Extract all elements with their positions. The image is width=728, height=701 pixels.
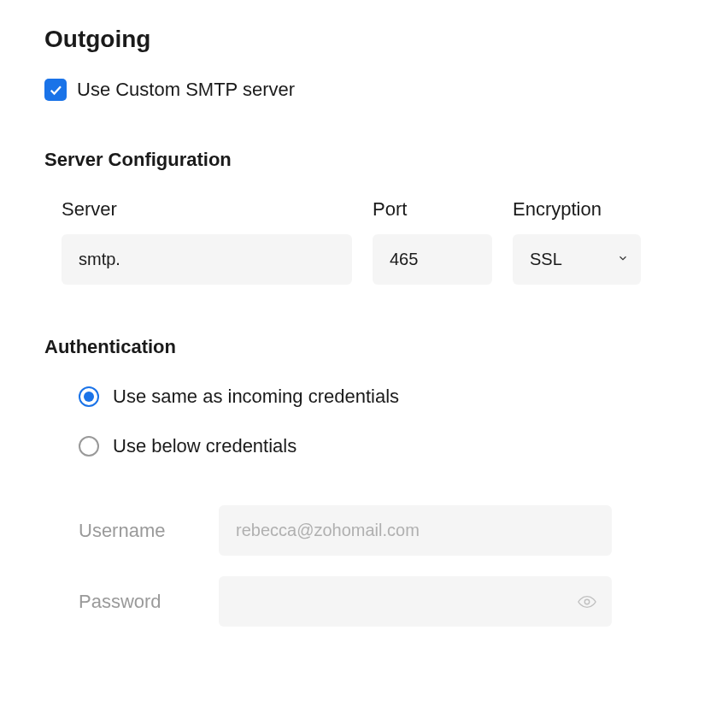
- authentication-title: Authentication: [44, 336, 684, 358]
- port-input[interactable]: [373, 234, 492, 285]
- server-label: Server: [62, 198, 352, 221]
- server-config-row: Server Port Encryption SSL: [44, 198, 684, 285]
- radio-same[interactable]: [79, 386, 99, 407]
- encryption-column: Encryption SSL: [513, 198, 641, 285]
- encryption-label: Encryption: [513, 198, 641, 221]
- username-label: Username: [79, 520, 198, 542]
- port-column: Port: [373, 198, 492, 285]
- auth-radio-group: Use same as incoming credentials Use bel…: [44, 386, 684, 457]
- port-label: Port: [373, 198, 492, 221]
- outgoing-title: Outgoing: [44, 26, 684, 53]
- check-icon: [48, 82, 63, 97]
- use-custom-smtp-label: Use Custom SMTP server: [77, 79, 295, 101]
- eye-icon[interactable]: [578, 592, 596, 611]
- encryption-select[interactable]: SSL: [513, 234, 641, 285]
- password-input[interactable]: [219, 576, 612, 627]
- svg-point-0: [584, 599, 590, 604]
- radio-below-label: Use below credentials: [113, 435, 296, 457]
- credential-fields: Username Password: [44, 505, 684, 627]
- radio-same-label: Use same as incoming credentials: [113, 386, 399, 408]
- auth-radio-same[interactable]: Use same as incoming credentials: [79, 386, 684, 408]
- password-row: Password: [79, 576, 684, 627]
- radio-below[interactable]: [79, 436, 99, 457]
- server-column: Server: [62, 198, 352, 285]
- server-input[interactable]: [62, 234, 352, 285]
- use-custom-smtp-checkbox[interactable]: [44, 79, 67, 101]
- username-row: Username: [79, 505, 684, 556]
- username-input[interactable]: [219, 505, 612, 556]
- server-config-title: Server Configuration: [44, 149, 684, 171]
- auth-radio-below[interactable]: Use below credentials: [79, 435, 684, 457]
- password-label: Password: [79, 591, 198, 613]
- use-custom-smtp-row[interactable]: Use Custom SMTP server: [44, 79, 684, 101]
